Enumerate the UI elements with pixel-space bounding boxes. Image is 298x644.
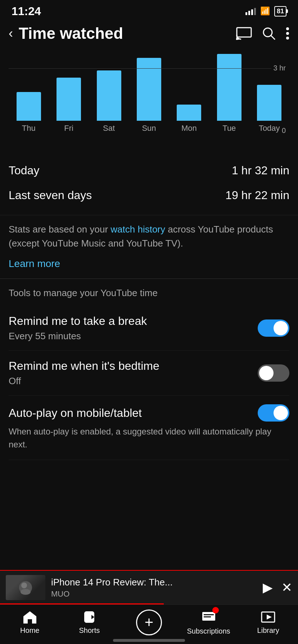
- chart-bar: [17, 92, 41, 121]
- wifi-icon: 📶: [260, 6, 270, 16]
- tools-section: Tools to manage your YouTube time Remind…: [0, 279, 298, 460]
- notification-badge: [212, 607, 219, 613]
- tool-text: Remind me when it's bedtimeOff: [9, 359, 159, 387]
- status-time: 11:24: [12, 5, 41, 18]
- chart-day-label: Sat: [103, 124, 115, 133]
- chart-day-label: Mon: [181, 124, 197, 133]
- chart-bar: [97, 70, 121, 121]
- today-label: Today: [9, 164, 39, 177]
- shorts-icon: [81, 610, 97, 624]
- mini-title: iPhone 14 Pro Review: The...: [51, 577, 257, 588]
- chart-bar-group: Fri: [49, 54, 89, 133]
- toggle-0[interactable]: [258, 319, 289, 337]
- page-title: Time watched: [19, 24, 230, 42]
- mini-controls: ▶ ✕: [263, 580, 292, 595]
- svg-point-4: [286, 27, 289, 30]
- mini-player: iPhone 14 Pro Review: The... MUO ▶ ✕: [0, 570, 298, 604]
- chart-container: 3 hr ThuFriSatSunMonTueToday 0: [0, 47, 298, 151]
- chart-bar-group: Thu: [9, 54, 49, 133]
- svg-point-9: [21, 589, 31, 595]
- status-bar: 11:24 📶 81: [0, 0, 298, 20]
- svg-marker-14: [267, 615, 272, 620]
- info-text: Stats are based on your watch history ac…: [0, 215, 298, 279]
- tool-sub: Every 55 minutes: [9, 331, 147, 342]
- chart-bar: [217, 54, 241, 121]
- tool-item: Remind me to take a breakEvery 55 minute…: [9, 306, 289, 351]
- svg-point-8: [21, 583, 27, 588]
- toggle-2[interactable]: [258, 404, 289, 422]
- nav-item-home[interactable]: Home: [8, 610, 51, 635]
- add-button[interactable]: +: [136, 610, 162, 635]
- chart-bar: [57, 78, 81, 121]
- nav-item-shorts[interactable]: Shorts: [68, 610, 111, 635]
- chart-bar-group: Sat: [89, 54, 129, 133]
- header: ‹ Time watched: [0, 20, 298, 47]
- info-text-before: Stats are based on your: [9, 224, 110, 235]
- stats-section: Today 1 hr 32 min Last seven days 19 hr …: [0, 151, 298, 215]
- more-icon[interactable]: [286, 27, 289, 40]
- mini-close-button[interactable]: ✕: [281, 580, 292, 595]
- svg-rect-12: [204, 616, 211, 617]
- tool-name: Auto-play on mobile/tablet: [9, 406, 142, 420]
- mini-thumbnail: [6, 575, 45, 600]
- tool-sub: Off: [9, 376, 159, 387]
- chart-line: [9, 68, 271, 69]
- library-icon: [260, 610, 276, 624]
- tool-item: Remind me when it's bedtimeOff: [9, 351, 289, 396]
- tool-name: Remind me when it's bedtime: [9, 359, 159, 373]
- toggle-thumb: [259, 366, 274, 380]
- chart-bar: [137, 58, 161, 121]
- svg-line-3: [271, 36, 275, 40]
- today-value: 1 hr 32 min: [232, 164, 289, 177]
- chart-day-label: Sun: [142, 124, 156, 133]
- chart-bars: ThuFriSatSunMonTueToday: [9, 54, 289, 133]
- tool-row: Remind me to take a breakEvery 55 minute…: [9, 314, 289, 342]
- tools-title: Tools to manage your YouTube time: [9, 288, 289, 299]
- tool-text: Remind me to take a breakEvery 55 minute…: [9, 314, 147, 342]
- nav-item-library[interactable]: Library: [247, 610, 290, 635]
- learn-more-link[interactable]: Learn more: [9, 256, 289, 271]
- chart-bar-group: Sun: [129, 54, 169, 133]
- library-label: Library: [257, 626, 279, 635]
- nav-item-subscriptions[interactable]: Subscriptions: [187, 609, 230, 635]
- header-icons: [236, 27, 289, 40]
- svg-point-5: [286, 32, 289, 35]
- last-seven-label: Last seven days: [9, 189, 92, 202]
- chart-day-label: Fri: [64, 124, 73, 133]
- last-seven-value: 19 hr 22 min: [225, 189, 289, 202]
- tool-row: Remind me when it's bedtimeOff: [9, 359, 289, 387]
- chart-bar: [177, 105, 201, 121]
- status-icons: 📶 81: [245, 6, 286, 17]
- toggle-thumb: [274, 406, 288, 420]
- home-icon: [22, 610, 38, 624]
- nav-item-add[interactable]: +: [127, 610, 171, 635]
- chart-area: 3 hr ThuFriSatSunMonTueToday 0: [9, 54, 289, 147]
- tool-desc: When auto-play is enabled, a suggested v…: [9, 425, 289, 451]
- tool-text: Auto-play on mobile/tablet: [9, 406, 142, 420]
- mini-play-button[interactable]: ▶: [263, 580, 273, 595]
- chart-day-label: Thu: [22, 124, 36, 133]
- home-label: Home: [20, 626, 39, 635]
- tool-row: Auto-play on mobile/tablet: [9, 404, 289, 422]
- mini-info: iPhone 14 Pro Review: The... MUO: [51, 577, 257, 599]
- search-icon[interactable]: [262, 27, 276, 40]
- chart-zero-label: 0: [282, 126, 286, 135]
- cast-icon[interactable]: [236, 27, 252, 40]
- toggle-1[interactable]: [258, 364, 289, 382]
- tool-item: Auto-play on mobile/tabletWhen auto-play…: [9, 396, 289, 460]
- subscriptions-icon-wrapper: [201, 609, 217, 625]
- chart-line-label: 3 hr: [274, 64, 286, 72]
- signal-icon: [245, 7, 256, 15]
- chart-day-label: Tue: [222, 124, 236, 133]
- back-button[interactable]: ‹: [9, 26, 13, 41]
- chart-bar-group: Tue: [209, 54, 249, 133]
- chart-bar: [257, 85, 281, 121]
- toggle-thumb: [274, 321, 288, 335]
- last-seven-stat: Last seven days 19 hr 22 min: [9, 183, 289, 208]
- tool-name: Remind me to take a break: [9, 314, 147, 328]
- svg-rect-0: [237, 28, 251, 37]
- shorts-label: Shorts: [79, 626, 100, 635]
- watch-history-link[interactable]: watch history: [110, 224, 165, 235]
- svg-point-6: [286, 37, 289, 40]
- bottom-nav: Home Shorts + Subscriptions Library: [0, 604, 298, 644]
